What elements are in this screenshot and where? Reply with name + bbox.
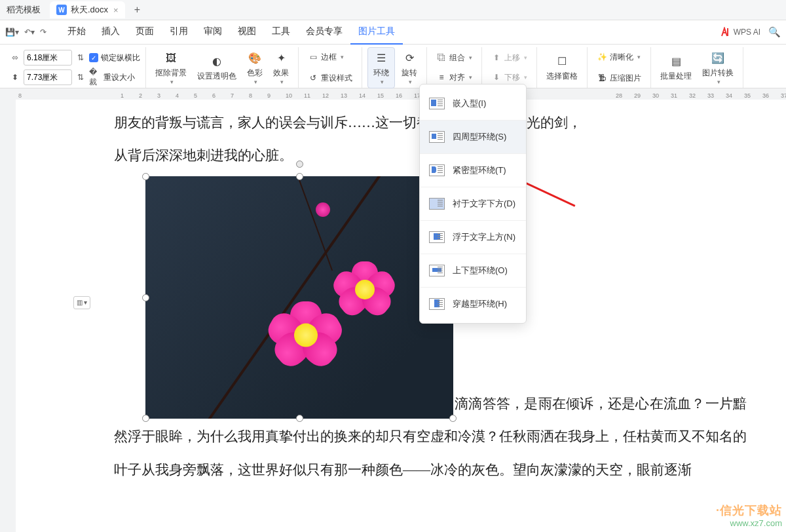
redo-icon[interactable]: ↷ <box>40 28 47 37</box>
resize-handle[interactable] <box>296 173 303 180</box>
save-icon[interactable]: 💾▾ <box>5 28 19 37</box>
wps-ai-button[interactable]: WPS AI <box>720 27 760 37</box>
color-button[interactable]: 🎨色彩 <box>243 49 267 86</box>
wrap-option-behind[interactable]: 衬于文字下方(D) <box>420 187 526 221</box>
wrap-icon <box>429 231 445 243</box>
reset-size-button[interactable]: 重设大小 <box>103 72 135 83</box>
title-tab-bar: 稻壳模板 W 秋天.docx × + <box>0 0 786 20</box>
effect-button[interactable]: ✦效果 <box>269 49 293 86</box>
resize-handle[interactable] <box>142 294 149 301</box>
border-button[interactable]: ▭边框 <box>304 48 356 66</box>
tab-template[interactable]: 稻壳模板 <box>0 1 47 18</box>
stepper-icon[interactable]: ⇅ <box>75 52 86 64</box>
reset-style-button[interactable]: ↺重设样式 <box>304 69 356 87</box>
wrap-option-tight[interactable]: 紧密型环绕(T) <box>420 154 526 187</box>
document-page[interactable]: ▥ ▾ 朋友的背叛与谎言，家人的误会与训斥……这一切都是一把把闪着寒光的剑， 从… <box>16 100 786 532</box>
wps-ai-icon <box>720 27 731 37</box>
ribbon: ⬄ ⇅ ✓ 锁定纵横比 ⬍ ⇅ �裁 重设大小 🖼抠除背景 ◐设置透明色 🎨色彩… <box>0 45 786 88</box>
transparency-button[interactable]: ◐设置透明色 <box>193 52 240 83</box>
group-button[interactable]: ⿻组合 <box>432 48 476 67</box>
wrap-icon <box>429 265 445 276</box>
menu-reference[interactable]: 引用 <box>162 20 196 43</box>
lock-ratio-checkbox[interactable]: ✓ <box>89 53 98 62</box>
wrap-icon <box>429 298 445 310</box>
menu-tools[interactable]: 工具 <box>264 20 298 43</box>
batch-button[interactable]: ▤批量处理 <box>656 52 696 83</box>
layout-options-icon[interactable]: ▥ ▾ <box>73 296 90 309</box>
convert-button[interactable]: 🔄图片转换 <box>698 49 738 86</box>
menu-page[interactable]: 页面 <box>128 20 162 43</box>
menu-picture-tools[interactable]: 图片工具 <box>350 20 403 45</box>
menu-bar: 💾▾ ↶▾ ↷ 开始 插入 页面 引用 审阅 视图 工具 会员专享 图片工具 W… <box>0 20 786 45</box>
selection-pane-button[interactable]: ☐选择窗格 <box>542 52 582 83</box>
wrap-option-ins[interactable]: 嵌入型(I) <box>420 87 526 121</box>
height-input[interactable] <box>24 69 72 85</box>
rotate-handle[interactable] <box>296 161 303 168</box>
watermark: ·信光下载站 www.xz7.com <box>716 503 782 528</box>
close-icon[interactable]: × <box>113 5 119 15</box>
wrap-option-thr[interactable]: 穿越型环绕(H) <box>420 288 526 320</box>
image-content <box>145 176 453 419</box>
stepper-icon[interactable]: ⇅ <box>75 71 86 83</box>
wrap-dropdown: 嵌入型(I)四周型环绕(S)紧密型环绕(T)衬于文字下方(D)浮于文字上方(N)… <box>419 84 527 324</box>
menu-tabs: 开始 插入 页面 引用 审阅 视图 工具 会员专享 图片工具 <box>60 20 403 45</box>
resize-handle[interactable] <box>449 415 457 422</box>
remove-bg-button[interactable]: 🖼抠除背景 <box>151 49 191 86</box>
word-doc-icon: W <box>56 5 67 15</box>
resize-handle[interactable] <box>142 415 149 422</box>
menu-member[interactable]: 会员专享 <box>298 20 350 43</box>
lock-ratio-label: 锁定纵横比 <box>101 52 140 64</box>
resize-handle[interactable] <box>142 173 149 180</box>
height-icon: ⬍ <box>9 71 21 83</box>
menu-review[interactable]: 审阅 <box>196 20 230 43</box>
wrap-icon <box>429 198 445 210</box>
search-icon[interactable]: 🔍 <box>768 26 781 38</box>
undo-icon[interactable]: ↶▾ <box>24 28 35 37</box>
wrap-icon <box>429 98 445 109</box>
move-up-button[interactable]: ⬆上移 <box>487 48 531 67</box>
wrap-option-tb[interactable]: 上下型环绕(O) <box>420 254 526 288</box>
wrap-option-front[interactable]: 浮于文字上方(N) <box>420 221 526 254</box>
width-input[interactable] <box>24 50 72 66</box>
vertical-ruler <box>0 100 16 532</box>
rotate-button[interactable]: ⟳旋转 <box>398 49 421 86</box>
wrap-button[interactable]: ☰环绕 <box>367 47 395 88</box>
menu-insert[interactable]: 插入 <box>94 20 128 43</box>
menu-view[interactable]: 视图 <box>230 20 264 43</box>
new-tab-button[interactable]: + <box>128 4 147 16</box>
wrap-option-sq[interactable]: 四周型环绕(S) <box>420 121 526 154</box>
clarity-button[interactable]: ✨清晰化 <box>593 48 645 66</box>
wrap-icon <box>429 164 445 176</box>
compress-button[interactable]: 🗜压缩图片 <box>593 69 645 87</box>
width-icon: ⬄ <box>9 52 21 64</box>
wrap-icon <box>429 131 445 143</box>
reset-size-icon: �裁 <box>89 71 101 83</box>
selected-image[interactable] <box>145 176 453 419</box>
tab-document-active[interactable]: W 秋天.docx × <box>50 1 125 18</box>
resize-handle[interactable] <box>296 415 303 422</box>
menu-start[interactable]: 开始 <box>60 20 94 43</box>
